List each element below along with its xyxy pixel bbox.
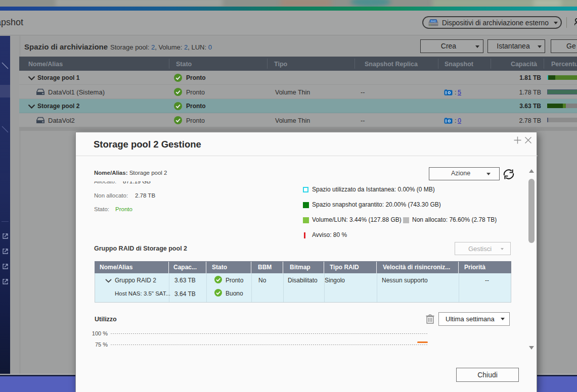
svg-text:RAID: RAID [431,20,437,23]
